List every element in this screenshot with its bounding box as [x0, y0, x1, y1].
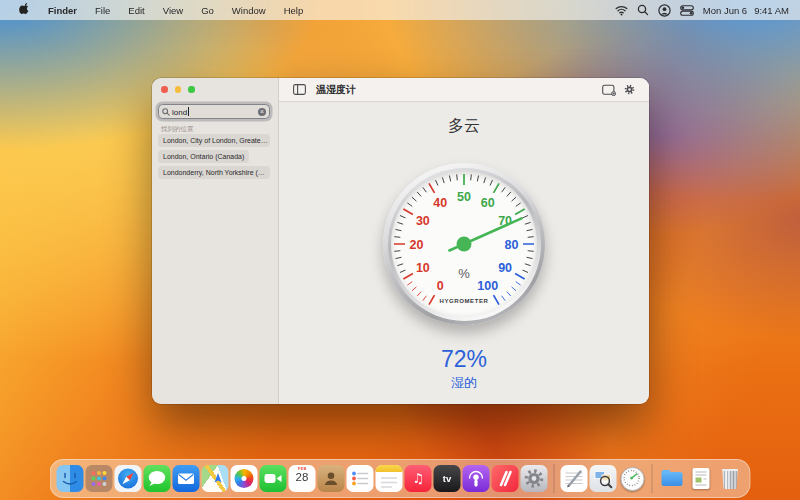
dock-item-hygrometer[interactable]: [619, 465, 646, 492]
location-result[interactable]: London, Ontario (Canada): [158, 150, 249, 163]
hygrometer-gauge: 0102030405060708090100%HYGROMETER: [383, 163, 545, 325]
weather-condition: 多云: [279, 116, 649, 137]
dock-separator: [554, 464, 555, 493]
app-window: lond × 找到的位置 London, City of London, Gre…: [152, 78, 649, 404]
export-photo-button[interactable]: [599, 81, 619, 99]
dock-item-photos[interactable]: [231, 465, 258, 492]
settings-button[interactable]: [619, 81, 639, 99]
apple-logo-icon: [19, 3, 30, 16]
menu-file[interactable]: File: [86, 5, 119, 16]
safari-compass-icon: [115, 465, 142, 492]
preview-loupe-icon: [590, 465, 617, 492]
svg-text:90: 90: [498, 261, 512, 275]
dock-item-messages[interactable]: [144, 465, 171, 492]
svg-text:60: 60: [481, 196, 495, 210]
clock-date: Mon Jun 6: [703, 5, 747, 16]
menu-help[interactable]: Help: [275, 5, 313, 16]
menu-edit[interactable]: Edit: [119, 5, 153, 16]
dock-item-music[interactable]: ♫: [405, 465, 432, 492]
dock-item-documents[interactable]: [688, 465, 715, 492]
dock-item-safari[interactable]: [115, 465, 142, 492]
dock-item-system-settings[interactable]: [521, 465, 548, 492]
calendar-day-label: 28: [296, 471, 309, 483]
dock: FEB 28 ♫ tv: [50, 459, 751, 498]
settings-gear-icon: [623, 83, 636, 96]
apple-menu[interactable]: [10, 3, 39, 18]
clock-time: 9:41 AM: [754, 5, 789, 16]
search-results-list: London, City of London, Greate… London, …: [158, 134, 273, 179]
dock-item-trash[interactable]: [717, 465, 744, 492]
clear-search-button[interactable]: ×: [258, 108, 266, 116]
dock-item-facetime[interactable]: [260, 465, 287, 492]
menu-go[interactable]: Go: [192, 5, 223, 16]
svg-text:50: 50: [457, 190, 471, 204]
close-button[interactable]: [161, 86, 168, 93]
window-title: 温湿度计: [316, 83, 356, 97]
menu-bar-status: Mon Jun 6 9:41 AM: [615, 4, 800, 17]
messages-bubble-icon: [144, 465, 171, 492]
folder-icon: [662, 472, 683, 486]
dock-item-tv[interactable]: tv: [434, 465, 461, 492]
dock-item-news[interactable]: [492, 465, 519, 492]
humidity-value: 72%: [279, 346, 649, 373]
user-icon[interactable]: [658, 4, 671, 17]
sidebar: lond × 找到的位置 London, City of London, Gre…: [152, 78, 279, 404]
minimize-button[interactable]: [175, 86, 182, 93]
search-value: lond: [172, 107, 258, 117]
svg-text:0: 0: [437, 279, 444, 293]
svg-text:100: 100: [477, 279, 498, 293]
menu-bar-left: Finder File Edit View Go Window Help: [0, 3, 312, 18]
dock-item-textedit[interactable]: [561, 465, 588, 492]
hygrometer-app-icon: [620, 467, 644, 491]
results-section-label: 找到的位置: [161, 125, 194, 134]
traffic-lights: [161, 86, 195, 93]
dock-item-launchpad[interactable]: [86, 465, 113, 492]
dock-item-downloads-folder[interactable]: [659, 465, 686, 492]
textedit-pen-icon: [561, 465, 588, 492]
maps-arrow-icon: [202, 465, 229, 492]
dock-item-finder[interactable]: [57, 465, 84, 492]
gauge-dial-svg: 0102030405060708090100%HYGROMETER: [391, 171, 537, 317]
gear-icon: [521, 465, 548, 492]
news-logo-icon: [492, 465, 519, 492]
mail-envelope-icon: [173, 465, 200, 492]
calendar-month-label: FEB: [297, 467, 306, 471]
search-icon[interactable]: [637, 4, 649, 16]
magnifier-icon: [162, 108, 170, 116]
menu-view[interactable]: View: [154, 5, 192, 16]
dock-item-preview[interactable]: [590, 465, 617, 492]
export-photo-icon: [602, 84, 616, 96]
search-input[interactable]: lond ×: [158, 104, 270, 119]
humidity-status: 湿的: [279, 374, 649, 392]
dock-item-podcasts[interactable]: [463, 465, 490, 492]
wifi-icon[interactable]: [615, 5, 628, 16]
finder-face-icon: [57, 465, 84, 492]
dock-item-notes[interactable]: [376, 465, 403, 492]
dock-item-mail[interactable]: [173, 465, 200, 492]
sidebar-toggle-button[interactable]: [289, 81, 309, 99]
svg-text:30: 30: [416, 214, 430, 228]
zoom-button[interactable]: [188, 86, 195, 93]
location-result[interactable]: Londonderry, North Yorkshire (…: [158, 166, 270, 179]
control-center-icon[interactable]: [680, 5, 694, 16]
menu-window[interactable]: Window: [223, 5, 275, 16]
facetime-camera-icon: [260, 465, 287, 492]
dock-item-maps[interactable]: [202, 465, 229, 492]
svg-text:%: %: [458, 266, 470, 281]
launchpad-grid-icon: [86, 465, 113, 492]
menu-bar-clock[interactable]: Mon Jun 6 9:41 AM: [703, 5, 789, 16]
toolbar: 温湿度计: [279, 78, 649, 102]
dock-item-calendar[interactable]: FEB 28: [289, 465, 316, 492]
svg-text:40: 40: [433, 196, 447, 210]
photos-pinwheel-icon: [235, 469, 254, 488]
document-icon: [693, 468, 710, 489]
desktop-wallpaper: Finder File Edit View Go Window Help: [0, 0, 800, 500]
dock-item-contacts[interactable]: [318, 465, 345, 492]
notes-lines-icon: [376, 465, 403, 492]
dock-item-reminders[interactable]: [347, 465, 374, 492]
svg-text:20: 20: [410, 238, 424, 252]
dock-separator: [652, 464, 653, 493]
gauge-face: 0102030405060708090100%HYGROMETER: [391, 171, 537, 317]
location-result[interactable]: London, City of London, Greate…: [158, 134, 270, 147]
menu-finder[interactable]: Finder: [39, 5, 86, 16]
